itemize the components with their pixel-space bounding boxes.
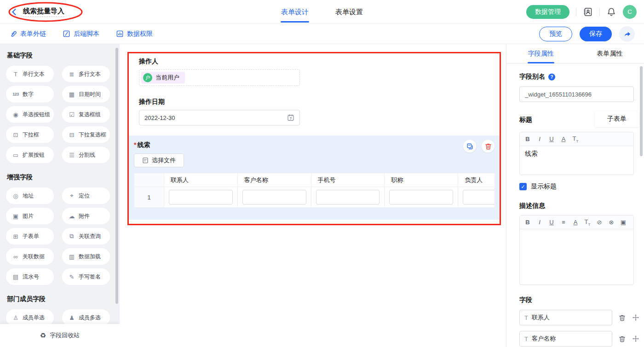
sidebar-field-单行文本[interactable]: T单行文本 xyxy=(6,66,54,82)
widget-type-badge: 子表单 xyxy=(595,111,639,127)
alias-input[interactable] xyxy=(519,86,634,102)
move-icon xyxy=(632,314,639,321)
toolbar-link-2[interactable]: 数据权限 xyxy=(116,30,153,38)
sidebar-field-图片[interactable]: ▣图片 xyxy=(6,208,54,224)
form-design-canvas[interactable]: 操作人 户 当前用户 操作日期 2022-12-30 xyxy=(120,44,506,347)
widget-subform-selected[interactable]: *线索 xyxy=(127,136,501,220)
sidebar-field-成员多选[interactable]: ♟成员多选 xyxy=(62,309,110,326)
subfield-name: 客户名称 xyxy=(532,335,556,343)
choose-file-button[interactable]: 选择文件 xyxy=(134,154,184,167)
copy-widget-button[interactable] xyxy=(463,140,476,153)
description-editor[interactable]: BIU≡ATT⊘⊗▣ xyxy=(519,215,634,285)
tab-field-properties[interactable]: 字段属性 xyxy=(506,44,575,63)
avatar[interactable]: C xyxy=(623,5,637,19)
form-toolbar: 表单外链后端脚本数据权限 预览 保存 xyxy=(0,24,644,44)
desc-align-icon[interactable]: ≡ xyxy=(558,219,569,226)
sidebar-field-手写签名[interactable]: ✎手写签名 xyxy=(62,268,110,285)
share-button[interactable] xyxy=(619,26,635,42)
sidebar-field-附件[interactable]: ☁附件 xyxy=(62,208,110,224)
subfield-name: 联系人 xyxy=(532,313,550,322)
data-manage-button[interactable]: 数据管理 xyxy=(526,5,569,19)
subfield-box[interactable]: T客户名称 xyxy=(519,331,612,347)
desc-italic-icon[interactable]: I xyxy=(534,219,546,226)
title-editor-content[interactable]: 线索 xyxy=(520,146,633,175)
operator-field[interactable]: 户 当前用户 xyxy=(139,69,300,86)
toolbar-link-1[interactable]: 后端脚本 xyxy=(63,30,99,38)
widget-op-date[interactable]: 操作日期 2022-12-30 xyxy=(127,98,501,125)
field-library-sidebar: 基础字段T单行文本≣多行文本123数字▦日期时间◉单选按钮组☑复选框组⊡下拉框⊟… xyxy=(0,44,120,347)
contacts-button[interactable] xyxy=(583,7,593,17)
sidebar-field-日期时间[interactable]: ▦日期时间 xyxy=(62,86,110,102)
sidebar-field-关联查询[interactable]: ⧉关联查询 xyxy=(62,228,110,245)
tab-form-properties[interactable]: 表单属性 xyxy=(575,44,644,63)
field-recycle-bin-button[interactable]: ♻ 字段回收站 xyxy=(0,324,120,347)
form-tabs: 表单设计表单设置 xyxy=(281,0,363,24)
cell-input[interactable] xyxy=(389,190,453,205)
linked-query-icon: ⧉ xyxy=(68,233,75,240)
title-underline-icon[interactable]: U xyxy=(546,136,558,142)
subfield-box[interactable]: T联系人 xyxy=(519,310,612,325)
preview-button[interactable]: 预览 xyxy=(539,27,572,41)
title-italic-icon[interactable]: I xyxy=(534,136,546,142)
sidebar-field-复选框组[interactable]: ☑复选框组 xyxy=(62,106,110,123)
desc-font-color-icon[interactable]: A xyxy=(569,219,581,226)
save-button[interactable]: 保存 xyxy=(580,27,612,41)
desc-font-size-icon[interactable]: TT xyxy=(581,218,593,227)
desc-bold-icon[interactable]: B xyxy=(522,219,534,226)
cell-input[interactable] xyxy=(463,190,494,205)
table-cell xyxy=(385,187,458,208)
sidebar-field-数字[interactable]: 123数字 xyxy=(6,86,54,102)
sidebar-section-title: 增强字段 xyxy=(7,173,120,182)
tab-form-design[interactable]: 表单设计 xyxy=(281,0,309,24)
page-title[interactable]: 线索批量导入 xyxy=(23,7,64,17)
tab-form-settings[interactable]: 表单设置 xyxy=(335,0,363,24)
backend-script-icon xyxy=(63,30,70,38)
sidebar-field-定位[interactable]: ⌖定位 xyxy=(62,188,110,204)
desc-underline-icon[interactable]: U xyxy=(546,219,558,226)
help-icon[interactable]: ? xyxy=(548,74,555,80)
title-font-color-icon[interactable]: A xyxy=(558,136,569,142)
widget-operator[interactable]: 操作人 户 当前用户 xyxy=(127,57,501,86)
table-cell xyxy=(311,187,385,208)
back-button[interactable] xyxy=(10,8,18,16)
sidebar-field-分割线[interactable]: ☰分割线 xyxy=(62,147,110,163)
subfield-delete-button[interactable] xyxy=(619,336,626,342)
sidebar-field-数据加载[interactable]: ▥数据加载 xyxy=(62,248,110,265)
select-icon: ⊡ xyxy=(12,131,19,138)
sidebar-field-地址[interactable]: ◎地址 xyxy=(6,188,54,204)
subfield-move-handle[interactable] xyxy=(632,314,639,321)
title-editor[interactable]: BIUATT 线索 xyxy=(519,132,634,175)
title-bold-icon[interactable]: B xyxy=(522,136,534,142)
data-permission-icon xyxy=(116,30,124,38)
sidebar-field-扩展按钮[interactable]: ▭扩展按钮 xyxy=(6,147,54,163)
desc-unlink-icon[interactable]: ⊗ xyxy=(605,219,617,226)
delete-widget-button[interactable] xyxy=(482,140,494,153)
desc-link-icon[interactable]: ⊘ xyxy=(593,219,605,226)
sidebar-field-关联数据[interactable]: ∞关联数据 xyxy=(6,248,54,265)
notifications-button[interactable] xyxy=(606,7,616,17)
table-column-header: 手机号 xyxy=(311,173,385,187)
sidebar-field-下拉框[interactable]: ⊡下拉框 xyxy=(6,126,54,143)
cell-input[interactable] xyxy=(316,190,380,205)
sidebar-field-流水号[interactable]: ▤流水号 xyxy=(6,268,54,285)
sidebar-field-成员单选[interactable]: ♙成员单选 xyxy=(6,309,54,326)
sidebar-scrollbar[interactable] xyxy=(115,48,118,304)
sidebar-field-单选按钮组[interactable]: ◉单选按钮组 xyxy=(6,106,54,123)
sidebar-section-grid: T单行文本≣多行文本123数字▦日期时间◉单选按钮组☑复选框组⊡下拉框⊟下拉复选… xyxy=(6,66,120,163)
recycle-icon: ♻ xyxy=(40,331,46,340)
sidebar-field-子表单[interactable]: ⊞子表单 xyxy=(6,228,54,245)
sidebar-field-下拉复选框[interactable]: ⊟下拉复选框 xyxy=(62,126,110,143)
sidebar-field-多行文本[interactable]: ≣多行文本 xyxy=(62,66,110,82)
panel-scrollbar[interactable] xyxy=(640,66,643,156)
description-editor-content[interactable] xyxy=(520,229,633,284)
date-input[interactable]: 2022-12-30 xyxy=(139,110,300,125)
desc-insert-image-icon[interactable]: ▣ xyxy=(617,219,629,226)
toolbar-link-0[interactable]: 表单外链 xyxy=(9,30,46,38)
show-title-checkbox[interactable]: ✓ 显示标题 xyxy=(519,182,634,191)
cell-input[interactable] xyxy=(169,190,233,205)
subfield-delete-button[interactable] xyxy=(619,314,626,321)
sidebar-field-label: 单行文本 xyxy=(23,70,45,78)
title-font-size-icon[interactable]: TT xyxy=(569,135,581,143)
cell-input[interactable] xyxy=(242,190,306,205)
subfield-move-handle[interactable] xyxy=(632,335,639,342)
